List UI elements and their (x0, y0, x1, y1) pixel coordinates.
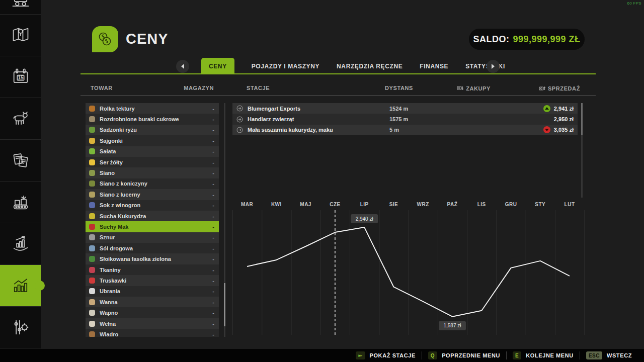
product-storage-value: - (212, 245, 214, 251)
price-chart[interactable]: MARKWIMAJCZELIPSIEWRZPAŹLISGRUSTYLUT2,94… (232, 200, 594, 336)
key-badge: ESC (586, 351, 602, 359)
product-storage-value: - (212, 331, 214, 337)
product-name: Sznur (100, 234, 212, 240)
svg-text:MAR: MAR (241, 202, 254, 207)
product-icon (89, 224, 95, 230)
key-hint[interactable]: ⇤ POKAŻ STACJE (350, 351, 422, 359)
tab-finanse[interactable]: FINANSE (420, 58, 448, 74)
product-storage-value: - (212, 138, 214, 144)
sidebar-item-calendar[interactable]: 15 (0, 56, 41, 98)
tabs-next-button[interactable] (487, 60, 500, 73)
tabs-prev-button[interactable] (176, 60, 189, 73)
prices-app-icon (92, 26, 118, 52)
product-icon (89, 170, 95, 176)
product-row[interactable]: Wełna - (86, 318, 219, 329)
product-row[interactable]: Siano z lucerny - (86, 189, 219, 200)
product-icon (89, 127, 95, 133)
goto-station-icon (236, 127, 243, 133)
tab-narz-dzia-r-czne[interactable]: NARZĘDZIA RĘCZNE (337, 58, 403, 74)
station-name: Mała suszarnia kukurydzy, maku (248, 127, 389, 133)
product-row[interactable]: Sucha Kukurydza - (86, 211, 219, 221)
product-storage-value: - (212, 299, 214, 305)
key-hint[interactable]: Q POPRZEDNIE MENU (422, 351, 506, 359)
sidebar-item-settings[interactable] (0, 307, 41, 348)
column-header-dystans: DYSTANS (385, 85, 413, 91)
sidebar-item-map[interactable] (0, 15, 41, 56)
key-hint[interactable]: ESC WSTECZ (580, 351, 638, 359)
sidebar-item-contracts[interactable] (0, 140, 41, 182)
price-trend-icon (543, 126, 550, 133)
product-storage-value: - (212, 148, 214, 154)
header-divider (80, 95, 596, 96)
svg-text:2,940 zł: 2,940 zł (356, 216, 374, 222)
sidebar-item-statistics[interactable] (0, 265, 41, 307)
product-row[interactable]: Sajgonki - (86, 135, 219, 146)
product-name: Sałata (100, 148, 212, 154)
statistics-icon (11, 276, 31, 296)
product-row[interactable]: Siano - (86, 167, 219, 178)
product-row[interactable]: Rolka tektury - (86, 103, 219, 114)
station-list: Blumengart Exports 1524 m 2,941 zł Handl… (232, 103, 578, 135)
product-name: Sól drogowa (100, 245, 212, 251)
product-row[interactable]: Truskawki - (86, 275, 219, 286)
svg-text:LUT: LUT (565, 202, 575, 207)
sidebar-item-vehicles[interactable] (0, 0, 41, 15)
product-name: Słoikowana fasolka zielona (100, 256, 212, 262)
tab-ceny[interactable]: CENY (201, 58, 234, 74)
scrollbar-thumb[interactable] (224, 283, 225, 326)
product-name: Sok z winogron (100, 202, 212, 208)
product-row[interactable]: Wanna - (86, 297, 219, 307)
station-row[interactable]: Mała suszarnia kukurydzy, maku 5 m 3,035… (232, 125, 578, 135)
product-row[interactable]: Tkaniny - (86, 264, 219, 275)
product-icon (89, 299, 95, 305)
product-list-scrollbar[interactable] (224, 103, 225, 337)
product-row[interactable]: Słoikowana fasolka zielona - (86, 253, 219, 264)
scrollbar-thumb[interactable] (581, 103, 583, 135)
product-row[interactable]: Sól drogowa - (86, 243, 219, 253)
sales-icon (11, 234, 31, 254)
station-list-scrollbar[interactable] (581, 103, 583, 198)
tab-pojazdy-i-maszyny[interactable]: POJAZDY I MASZYNY (252, 58, 319, 74)
svg-text:CZE: CZE (330, 202, 341, 207)
product-row[interactable]: Wiadro - (86, 329, 219, 337)
product-storage-value: - (212, 288, 214, 294)
product-icon (89, 234, 95, 240)
sell-icon (539, 85, 545, 92)
buy-icon (457, 85, 463, 92)
station-row[interactable]: Handlarz zwierząt 1575 m 2,950 zł (232, 114, 578, 124)
product-row[interactable]: Ubrania - (86, 286, 219, 297)
key-hint-label: POKAŻ STACJE (370, 352, 416, 358)
product-row[interactable]: Sałata - (86, 146, 219, 157)
calendar-icon: 15 (11, 67, 31, 87)
station-distance: 1575 m (389, 116, 543, 122)
column-header-towar: TOWAR (91, 85, 113, 91)
tab-underline (80, 73, 596, 74)
product-row[interactable]: Wapno - (86, 307, 219, 318)
product-row[interactable]: Siano z koniczyny - (86, 178, 219, 189)
sidebar-item-animals[interactable] (0, 98, 41, 140)
product-row[interactable]: Sznur - (86, 232, 219, 243)
key-hint-label: WSTECZ (607, 352, 632, 358)
product-row[interactable]: Ser żółty - (86, 157, 219, 167)
product-row[interactable]: Suchy Mak - (86, 221, 219, 232)
key-hint-label: KOLEJNE MENU (526, 352, 574, 358)
product-name: Wanna (100, 299, 212, 305)
product-icon (89, 202, 95, 208)
key-hint[interactable]: E KOLEJNE MENU (506, 351, 580, 359)
product-name: Siano (100, 170, 212, 176)
station-row[interactable]: Blumengart Exports 1524 m 2,941 zł (232, 103, 578, 114)
page-title: CENY (126, 31, 169, 47)
product-storage-value: - (212, 267, 214, 273)
product-row[interactable]: Sadzonki ryżu - (86, 125, 219, 135)
product-icon (89, 192, 95, 198)
product-storage-value: - (212, 180, 214, 187)
svg-text:LIP: LIP (360, 202, 369, 207)
product-row[interactable]: Rozdrobnione buraki cukrowe - (86, 114, 219, 124)
balance-value: 999,999,999 ZŁ (513, 34, 580, 45)
svg-text:KWI: KWI (271, 202, 282, 207)
product-icon (89, 116, 95, 122)
sidebar-item-production[interactable] (0, 182, 41, 223)
product-row[interactable]: Sok z winogron - (86, 200, 219, 211)
sidebar-item-sales[interactable] (0, 223, 41, 265)
goto-station-icon (236, 116, 243, 123)
